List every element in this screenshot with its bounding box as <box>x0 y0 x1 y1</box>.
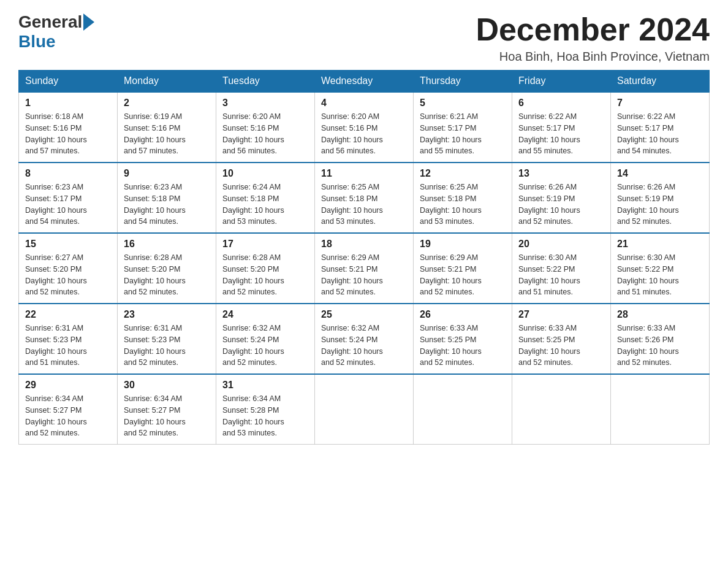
calendar-cell: 31Sunrise: 6:34 AMSunset: 5:28 PMDayligh… <box>216 374 315 445</box>
col-thursday: Thursday <box>414 71 512 93</box>
day-info: Sunrise: 6:32 AMSunset: 5:24 PMDaylight:… <box>321 323 407 369</box>
col-sunday: Sunday <box>19 71 118 93</box>
day-number: 11 <box>321 168 407 179</box>
calendar-cell: 23Sunrise: 6:31 AMSunset: 5:23 PMDayligh… <box>118 304 216 374</box>
calendar-cell: 13Sunrise: 6:26 AMSunset: 5:19 PMDayligh… <box>512 163 611 233</box>
calendar-week-row: 15Sunrise: 6:27 AMSunset: 5:20 PMDayligh… <box>19 233 710 304</box>
calendar-week-row: 8Sunrise: 6:23 AMSunset: 5:17 PMDaylight… <box>19 163 710 233</box>
month-title: December 2024 <box>476 12 710 47</box>
day-info: Sunrise: 6:30 AMSunset: 5:22 PMDaylight:… <box>518 252 604 298</box>
calendar-week-row: 22Sunrise: 6:31 AMSunset: 5:23 PMDayligh… <box>19 304 710 374</box>
calendar-cell: 22Sunrise: 6:31 AMSunset: 5:23 PMDayligh… <box>19 304 118 374</box>
logo-blue-text: Blue <box>18 32 56 52</box>
title-area: December 2024 Hoa Binh, Hoa Binh Provinc… <box>476 12 710 64</box>
day-number: 13 <box>518 168 604 179</box>
day-number: 16 <box>124 239 210 250</box>
day-info: Sunrise: 6:20 AMSunset: 5:16 PMDaylight:… <box>321 111 407 157</box>
calendar-week-row: 29Sunrise: 6:34 AMSunset: 5:27 PMDayligh… <box>19 374 710 445</box>
calendar-cell: 27Sunrise: 6:33 AMSunset: 5:25 PMDayligh… <box>512 304 611 374</box>
calendar-cell: 21Sunrise: 6:30 AMSunset: 5:22 PMDayligh… <box>611 233 710 304</box>
day-number: 8 <box>25 168 111 179</box>
day-number: 25 <box>321 309 407 320</box>
day-info: Sunrise: 6:34 AMSunset: 5:28 PMDaylight:… <box>222 393 308 439</box>
day-info: Sunrise: 6:24 AMSunset: 5:18 PMDaylight:… <box>222 182 308 228</box>
day-number: 26 <box>420 309 506 320</box>
col-wednesday: Wednesday <box>315 71 414 93</box>
day-info: Sunrise: 6:31 AMSunset: 5:23 PMDaylight:… <box>25 323 111 369</box>
day-number: 4 <box>321 98 407 109</box>
day-info: Sunrise: 6:21 AMSunset: 5:17 PMDaylight:… <box>420 111 506 157</box>
day-info: Sunrise: 6:19 AMSunset: 5:16 PMDaylight:… <box>124 111 210 157</box>
day-number: 17 <box>222 239 308 250</box>
day-info: Sunrise: 6:18 AMSunset: 5:16 PMDaylight:… <box>25 111 111 157</box>
page-header: General Blue December 2024 Hoa Binh, Hoa… <box>18 12 710 64</box>
day-info: Sunrise: 6:34 AMSunset: 5:27 PMDaylight:… <box>124 393 210 439</box>
col-monday: Monday <box>118 71 216 93</box>
day-number: 2 <box>124 98 210 109</box>
day-number: 6 <box>518 98 604 109</box>
day-number: 30 <box>124 380 210 391</box>
calendar-cell <box>315 374 414 445</box>
day-number: 31 <box>222 380 308 391</box>
header-row: Sunday Monday Tuesday Wednesday Thursday… <box>19 71 710 93</box>
calendar-cell: 12Sunrise: 6:25 AMSunset: 5:18 PMDayligh… <box>414 163 512 233</box>
calendar-cell: 20Sunrise: 6:30 AMSunset: 5:22 PMDayligh… <box>512 233 611 304</box>
calendar-cell: 16Sunrise: 6:28 AMSunset: 5:20 PMDayligh… <box>118 233 216 304</box>
day-info: Sunrise: 6:20 AMSunset: 5:16 PMDaylight:… <box>222 111 308 157</box>
day-number: 23 <box>124 309 210 320</box>
day-info: Sunrise: 6:23 AMSunset: 5:18 PMDaylight:… <box>124 182 210 228</box>
calendar-cell: 24Sunrise: 6:32 AMSunset: 5:24 PMDayligh… <box>216 304 315 374</box>
calendar-cell: 19Sunrise: 6:29 AMSunset: 5:21 PMDayligh… <box>414 233 512 304</box>
calendar-cell: 26Sunrise: 6:33 AMSunset: 5:25 PMDayligh… <box>414 304 512 374</box>
day-number: 1 <box>25 98 111 109</box>
calendar-cell: 5Sunrise: 6:21 AMSunset: 5:17 PMDaylight… <box>414 92 512 163</box>
calendar-cell: 3Sunrise: 6:20 AMSunset: 5:16 PMDaylight… <box>216 92 315 163</box>
day-info: Sunrise: 6:29 AMSunset: 5:21 PMDaylight:… <box>321 252 407 298</box>
col-friday: Friday <box>512 71 611 93</box>
day-number: 14 <box>617 168 703 179</box>
day-number: 21 <box>617 239 703 250</box>
day-info: Sunrise: 6:26 AMSunset: 5:19 PMDaylight:… <box>518 182 604 228</box>
day-number: 18 <box>321 239 407 250</box>
day-info: Sunrise: 6:33 AMSunset: 5:25 PMDaylight:… <box>518 323 604 369</box>
calendar-cell: 2Sunrise: 6:19 AMSunset: 5:16 PMDaylight… <box>118 92 216 163</box>
day-info: Sunrise: 6:33 AMSunset: 5:26 PMDaylight:… <box>617 323 703 369</box>
day-number: 19 <box>420 239 506 250</box>
day-number: 29 <box>25 380 111 391</box>
day-number: 9 <box>124 168 210 179</box>
calendar-cell: 30Sunrise: 6:34 AMSunset: 5:27 PMDayligh… <box>118 374 216 445</box>
calendar-cell: 7Sunrise: 6:22 AMSunset: 5:17 PMDaylight… <box>611 92 710 163</box>
calendar-cell: 14Sunrise: 6:26 AMSunset: 5:19 PMDayligh… <box>611 163 710 233</box>
col-tuesday: Tuesday <box>216 71 315 93</box>
day-info: Sunrise: 6:28 AMSunset: 5:20 PMDaylight:… <box>124 252 210 298</box>
logo: General Blue <box>18 12 96 52</box>
day-info: Sunrise: 6:23 AMSunset: 5:17 PMDaylight:… <box>25 182 111 228</box>
day-number: 7 <box>617 98 703 109</box>
day-info: Sunrise: 6:25 AMSunset: 5:18 PMDaylight:… <box>420 182 506 228</box>
col-saturday: Saturday <box>611 71 710 93</box>
day-info: Sunrise: 6:32 AMSunset: 5:24 PMDaylight:… <box>222 323 308 369</box>
calendar-cell: 17Sunrise: 6:28 AMSunset: 5:20 PMDayligh… <box>216 233 315 304</box>
day-info: Sunrise: 6:31 AMSunset: 5:23 PMDaylight:… <box>124 323 210 369</box>
day-info: Sunrise: 6:28 AMSunset: 5:20 PMDaylight:… <box>222 252 308 298</box>
day-info: Sunrise: 6:30 AMSunset: 5:22 PMDaylight:… <box>617 252 703 298</box>
day-number: 3 <box>222 98 308 109</box>
day-number: 15 <box>25 239 111 250</box>
day-number: 28 <box>617 309 703 320</box>
calendar-cell: 4Sunrise: 6:20 AMSunset: 5:16 PMDaylight… <box>315 92 414 163</box>
calendar-cell: 15Sunrise: 6:27 AMSunset: 5:20 PMDayligh… <box>19 233 118 304</box>
calendar-table: Sunday Monday Tuesday Wednesday Thursday… <box>18 70 710 445</box>
calendar-body: 1Sunrise: 6:18 AMSunset: 5:16 PMDaylight… <box>19 92 710 445</box>
day-number: 27 <box>518 309 604 320</box>
calendar-cell: 6Sunrise: 6:22 AMSunset: 5:17 PMDaylight… <box>512 92 611 163</box>
logo-general-text: General <box>18 12 82 32</box>
calendar-cell: 28Sunrise: 6:33 AMSunset: 5:26 PMDayligh… <box>611 304 710 374</box>
day-info: Sunrise: 6:25 AMSunset: 5:18 PMDaylight:… <box>321 182 407 228</box>
day-info: Sunrise: 6:27 AMSunset: 5:20 PMDaylight:… <box>25 252 111 298</box>
day-info: Sunrise: 6:29 AMSunset: 5:21 PMDaylight:… <box>420 252 506 298</box>
calendar-cell: 8Sunrise: 6:23 AMSunset: 5:17 PMDaylight… <box>19 163 118 233</box>
calendar-cell: 18Sunrise: 6:29 AMSunset: 5:21 PMDayligh… <box>315 233 414 304</box>
calendar-cell <box>611 374 710 445</box>
day-number: 10 <box>222 168 308 179</box>
day-info: Sunrise: 6:34 AMSunset: 5:27 PMDaylight:… <box>25 393 111 439</box>
